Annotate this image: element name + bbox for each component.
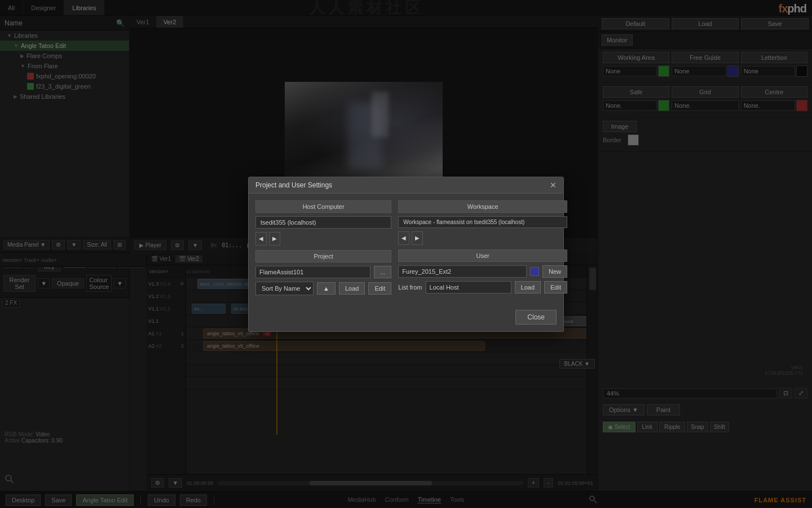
host-prev-btn[interactable]: ◀ (255, 232, 267, 246)
project-input[interactable] (255, 266, 370, 278)
modal-footer: Close (249, 305, 563, 331)
modal-body: Host Computer tsedit355 (localhost) ◀ ▶ … (249, 194, 563, 305)
user-header: User (398, 249, 567, 262)
modal-columns: Host Computer tsedit355 (localhost) ◀ ▶ … (255, 200, 557, 299)
project-edit-dots-btn[interactable]: ... (374, 266, 391, 278)
host-arrow-row: ◀ ▶ (255, 232, 391, 246)
project-load-btn[interactable]: Load (339, 282, 365, 295)
project-header: Project (255, 250, 391, 262)
workspace-value-text: Workspace - flameassist on tsedit355 (lo… (403, 219, 524, 225)
host-value-text: tsedit355 (localhost) (261, 219, 316, 226)
workspace-header: Workspace (398, 200, 567, 213)
user-row: New (398, 265, 567, 278)
workspace-prev-btn[interactable]: ◀ (398, 231, 409, 245)
project-edit-btn[interactable]: Edit (368, 282, 391, 295)
list-from-row: List from Load Edit (398, 281, 567, 294)
modal-right-col: Workspace Workspace - flameassist on tse… (398, 200, 567, 299)
host-value-field: tsedit355 (localhost) (255, 216, 391, 229)
modal-title-text: Project and User Settings (255, 181, 332, 189)
host-computer-header: Host Computer (255, 200, 391, 213)
modal-left-col: Host Computer tsedit355 (localhost) ◀ ▶ … (255, 200, 391, 299)
user-color-swatch[interactable] (530, 267, 539, 276)
workspace-arrow-row: ◀ ▶ (398, 231, 567, 245)
modal-overlay: Project and User Settings ✕ Host Compute… (0, 0, 812, 508)
project-row: ... (255, 266, 391, 278)
user-input[interactable] (398, 265, 527, 278)
modal-close-button[interactable]: Close (515, 310, 557, 325)
list-from-label: List from (398, 284, 422, 291)
user-new-btn[interactable]: New (542, 265, 567, 278)
list-edit-btn[interactable]: Edit (544, 281, 567, 294)
project-user-settings-modal: Project and User Settings ✕ Host Compute… (248, 177, 564, 332)
modal-close-x[interactable]: ✕ (550, 181, 557, 190)
modal-title-bar: Project and User Settings ✕ (249, 177, 563, 194)
sort-row: Sort By Name ▲ Load Edit (255, 282, 391, 295)
sort-select[interactable]: Sort By Name (255, 282, 314, 295)
list-from-input[interactable] (426, 281, 511, 294)
list-load-btn[interactable]: Load (515, 281, 541, 294)
host-next-btn[interactable]: ▶ (269, 232, 280, 246)
workspace-next-btn[interactable]: ▶ (412, 231, 423, 245)
sort-arrow-btn[interactable]: ▲ (317, 282, 336, 295)
workspace-value-field: Workspace - flameassist on tsedit355 (lo… (398, 216, 567, 228)
